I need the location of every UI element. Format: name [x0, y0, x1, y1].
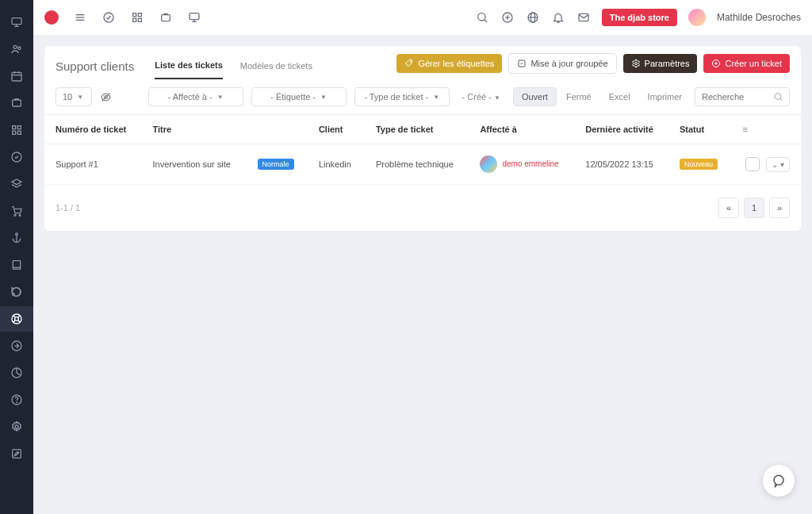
svg-rect-42	[133, 18, 136, 21]
sidebar-item-edit[interactable]	[0, 441, 33, 466]
type-filter[interactable]: - Type de ticket -▼	[354, 87, 450, 106]
visibility-off-icon[interactable]	[100, 91, 112, 103]
pager-page-1[interactable]: 1	[744, 198, 764, 218]
create-ticket-label: Créer un ticket	[725, 59, 782, 68]
page-size-select[interactable]: 10▼	[56, 87, 92, 106]
row-actions-button[interactable]: ⌄ ▾	[766, 157, 790, 172]
sidebar-item-projects[interactable]	[0, 90, 33, 116]
check-circle-icon[interactable]	[102, 10, 116, 25]
svg-line-26	[18, 320, 21, 323]
gear-icon	[631, 59, 641, 68]
tab-ticket-list[interactable]: Liste des tickets	[155, 52, 223, 79]
cell-client: Linkedin	[308, 144, 365, 185]
svg-line-49	[484, 20, 486, 22]
svg-rect-12	[13, 131, 16, 134]
svg-rect-11	[17, 126, 21, 129]
sidebar-item-help[interactable]	[0, 387, 33, 412]
tag-icon	[404, 59, 414, 68]
svg-point-65	[775, 94, 781, 100]
svg-point-18	[16, 233, 18, 236]
svg-point-17	[19, 214, 21, 216]
sidebar	[0, 0, 33, 514]
print-button[interactable]: Imprimer	[643, 89, 687, 105]
avatar[interactable]	[688, 9, 706, 26]
sidebar-item-chat[interactable]	[0, 279, 33, 305]
svg-point-39	[104, 13, 113, 22]
store-badge[interactable]: The djab store	[602, 9, 677, 26]
assigned-filter[interactable]: - Affecté à -▼	[148, 87, 243, 106]
col-activity[interactable]: Dernière activité	[574, 115, 668, 144]
page-title: Support clients	[56, 59, 134, 73]
sidebar-item-anchor[interactable]	[0, 225, 33, 251]
status-open-button[interactable]: Ouvert	[513, 87, 557, 106]
sidebar-item-analytics[interactable]	[0, 360, 33, 386]
sidebar-item-apps[interactable]	[0, 117, 33, 143]
table-row[interactable]: Support #1 Invervention sur site Normale…	[44, 144, 801, 185]
sidebar-item-tasks[interactable]	[0, 144, 33, 170]
svg-point-3	[13, 45, 17, 48]
chevron-down-icon: ▼	[494, 94, 500, 102]
create-ticket-button[interactable]: Créer un ticket	[703, 54, 790, 73]
cell-title: Invervention sur site	[141, 144, 246, 185]
pager-last[interactable]: »	[769, 198, 790, 218]
svg-point-4	[18, 47, 21, 49]
row-checkbox[interactable]	[745, 157, 760, 171]
filter-row: 10▼ - Affecté à -▼ - Étiquette -▼ - Type…	[44, 79, 801, 115]
settings-button[interactable]: Paramètres	[623, 54, 698, 73]
sidebar-item-cart[interactable]	[0, 198, 33, 224]
paging-info: 1-1 / 1	[56, 203, 80, 213]
label-filter[interactable]: - Étiquette -▼	[251, 87, 347, 106]
search-icon[interactable]	[475, 10, 489, 25]
col-ticket-no[interactable]: Numéro de ticket	[44, 115, 141, 144]
cell-assigned[interactable]: demo emmeline	[502, 159, 558, 169]
svg-point-67	[774, 475, 783, 485]
globe-icon[interactable]	[526, 10, 540, 25]
svg-point-16	[14, 214, 16, 216]
col-title[interactable]: Titre	[141, 115, 246, 144]
add-circle-icon[interactable]	[500, 10, 515, 25]
column-settings-icon[interactable]: ≡	[742, 125, 747, 134]
chevron-down-icon: ▼	[77, 94, 83, 101]
cell-ticket-no: Support #1	[44, 144, 141, 185]
menu-icon[interactable]	[73, 10, 87, 25]
cell-activity: 12/05/2022 13:15	[574, 144, 668, 185]
sidebar-item-support[interactable]	[0, 306, 33, 332]
bulk-update-button[interactable]: Mise à jour groupée	[508, 53, 616, 74]
username: Mathilde Desroches	[717, 12, 801, 23]
export-excel-button[interactable]: Excel	[604, 89, 635, 105]
svg-line-28	[13, 320, 15, 323]
sidebar-item-dashboard[interactable]	[0, 10, 33, 35]
manage-labels-button[interactable]: Gérer les étiquettes	[396, 54, 502, 73]
col-client[interactable]: Client	[308, 115, 365, 144]
label-filter-label: - Étiquette -	[270, 92, 316, 102]
priority-badge: Normale	[258, 159, 294, 170]
svg-point-59	[634, 63, 637, 65]
page-size-value: 10	[63, 92, 72, 102]
edit-icon	[517, 59, 527, 68]
sidebar-item-stack[interactable]	[0, 171, 33, 197]
col-assigned[interactable]: Affecté à	[469, 115, 574, 144]
created-filter[interactable]: - Créé - ▼	[458, 89, 505, 105]
col-type[interactable]: Type de ticket	[365, 115, 469, 144]
sidebar-item-book[interactable]	[0, 252, 33, 278]
sidebar-item-settings[interactable]	[0, 414, 33, 439]
briefcase-icon[interactable]	[159, 10, 173, 25]
assignee-avatar	[480, 155, 497, 173]
bulk-update-label: Mise à jour groupée	[530, 59, 607, 68]
status-closed-button[interactable]: Fermé	[561, 89, 596, 105]
col-status[interactable]: Statut	[668, 115, 731, 144]
sidebar-item-forward[interactable]	[0, 333, 33, 359]
sidebar-item-contacts[interactable]	[0, 36, 33, 62]
bell-icon[interactable]	[551, 10, 565, 25]
display-icon[interactable]	[187, 10, 201, 25]
mail-icon[interactable]	[576, 10, 591, 25]
chat-fab[interactable]	[763, 465, 795, 497]
sidebar-item-calendar[interactable]	[0, 63, 33, 89]
chevron-down-icon: ▼	[433, 94, 439, 101]
pager-first[interactable]: «	[718, 198, 739, 218]
tab-ticket-templates[interactable]: Modèles de tickets	[240, 52, 312, 79]
tickets-table: Numéro de ticket Titre Client Type de ti…	[44, 115, 801, 185]
logo	[44, 10, 59, 25]
grid-icon[interactable]	[130, 10, 144, 25]
svg-point-48	[477, 13, 485, 21]
